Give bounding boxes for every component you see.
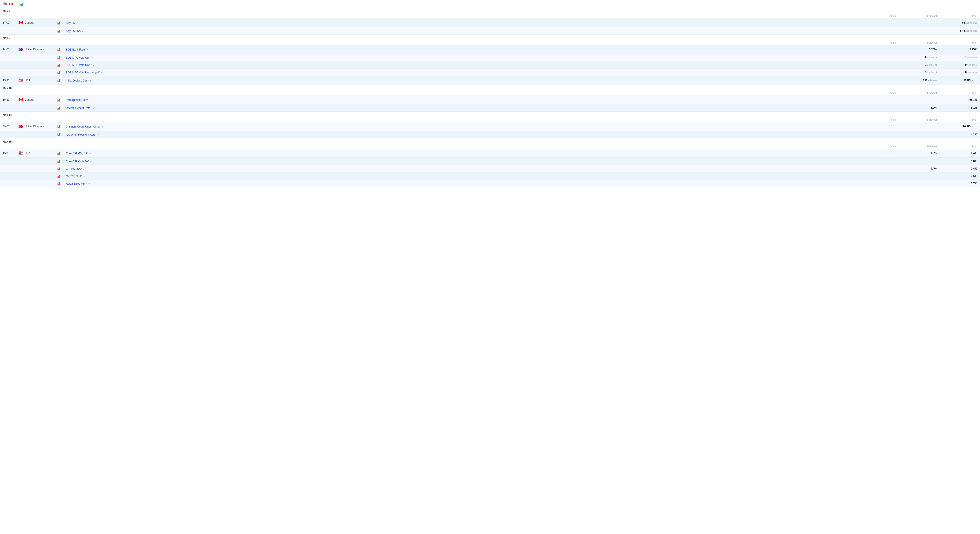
event-name-link[interactable]: BOE Bank Rate* (66, 48, 86, 51)
chevron-down-icon[interactable]: ▾ (90, 152, 91, 155)
event-row: 📊 Unemployment Rate* ▾ 6.2% 6.1% (0, 104, 980, 111)
actual-cell (863, 76, 899, 85)
event-name-link[interactable]: CPI YY, NSA* (66, 175, 83, 178)
col-icon-header (54, 118, 63, 122)
col-forecast-header: Forecast (899, 14, 940, 18)
chart-indicator-cell[interactable]: 📊 (54, 122, 63, 131)
chevron-down-icon[interactable]: ▾ (89, 183, 90, 185)
chart-indicator-cell[interactable]: 📊 (54, 18, 63, 27)
country-flag-icon: 🇺🇸 (18, 151, 23, 156)
chevron-down-icon[interactable]: ▾ (102, 126, 103, 128)
event-name-link[interactable]: CPI MM, SA* (66, 167, 82, 170)
event-time: 15:30 (0, 95, 16, 104)
col-event-header (63, 118, 863, 122)
event-name-link[interactable]: Initial Jobless Clm* (66, 79, 89, 82)
country-name: United Kingdom (25, 48, 44, 51)
date-row: May 9 (0, 35, 980, 41)
prior-value: 3.5% (971, 175, 977, 178)
chevron-down-icon[interactable]: ▾ (87, 49, 88, 51)
chevron-down-icon[interactable]: ▾ (90, 161, 91, 163)
chevron-down-icon[interactable]: ▾ (90, 79, 91, 82)
event-name-link[interactable]: BOE MPC Vote Hike* (66, 64, 92, 67)
country-empty (16, 165, 54, 172)
event-name-link[interactable]: Ivey PMI SA (66, 29, 81, 33)
prior-value: 65.3% (969, 98, 977, 101)
col-icon-header (54, 144, 63, 149)
event-name-link[interactable]: BOE MPC Vote Unchanged* (66, 71, 100, 74)
more-countries-badge[interactable] (15, 3, 17, 4)
chevron-down-icon[interactable]: ▾ (101, 72, 102, 74)
chart-indicator-cell[interactable]: 📊 (54, 27, 63, 35)
chevron-down-icon[interactable]: ▾ (92, 57, 93, 59)
event-name-link[interactable]: Core CPI MM, SA* (66, 152, 88, 155)
prior-cell: 3.5% (940, 172, 980, 180)
chart-indicator-cell[interactable]: 📊 (54, 149, 63, 157)
event-row: 15:30 🇺🇸 USA 📊 Core CPI MM, SA* ▾ 0.3% (0, 149, 980, 157)
event-name-link[interactable]: Claimant Count Unem Chng* (66, 125, 101, 128)
prior-cell: 1Number of (940, 54, 980, 61)
actual-cell (863, 27, 899, 35)
chevron-down-icon[interactable]: ▾ (89, 99, 91, 101)
chevron-down-icon[interactable]: ▾ (83, 168, 84, 170)
chart-indicator-cell[interactable]: 📊 (54, 172, 63, 180)
event-name-link[interactable]: ILO Unemployment Rate* (66, 133, 97, 136)
chart-bar-icon[interactable]: 📊 (57, 63, 60, 67)
chevron-down-icon[interactable]: ▾ (93, 107, 94, 110)
chart-indicator-cell[interactable]: 📊 (54, 95, 63, 104)
date-label: May 14 (0, 111, 980, 118)
event-name-link[interactable]: Retail Sales MM * (66, 182, 87, 185)
us-flag-icon[interactable]: 🇺🇸 (3, 2, 8, 6)
chart-indicator-cell[interactable]: 📊 (54, 54, 63, 61)
chart-indicator-cell[interactable]: 📊 (54, 180, 63, 187)
event-name-cell: Ivey PMI ▾ (63, 18, 863, 27)
chart-indicator-cell[interactable]: 📊 (54, 165, 63, 172)
country-flag-icon: 🇬🇧 (18, 124, 23, 129)
prior-cell: 0.4% (940, 165, 980, 172)
ca-flag-icon[interactable]: 🇨🇦 (8, 2, 13, 6)
chart-bar-icon[interactable]: 📊 (57, 48, 60, 51)
event-name-link[interactable]: Participation Rate* (66, 99, 88, 102)
country-flag-icon: 🇨🇦 (18, 97, 23, 102)
chart-bar-icon[interactable]: 📊 (57, 151, 60, 155)
chart-indicator-cell[interactable]: 📊 (54, 157, 63, 165)
chart-icon[interactable]: 📊 (19, 2, 24, 6)
chart-bar-icon[interactable]: 📊 (57, 133, 60, 136)
chart-indicator-cell[interactable]: 📊 (54, 45, 63, 54)
chart-bar-icon[interactable]: 📊 (57, 70, 60, 74)
chart-indicator-cell[interactable]: 📊 (54, 131, 63, 138)
actual-cell (863, 157, 899, 165)
chevron-down-icon[interactable]: ▾ (82, 30, 83, 32)
prior-cell: 3.8% (940, 157, 980, 165)
col-forecast-header: Forecast (899, 40, 940, 45)
event-name-link[interactable]: BOE MPC Vote Cut* (66, 56, 90, 59)
chevron-down-icon[interactable]: ▾ (98, 134, 99, 136)
chart-bar-icon[interactable]: 📊 (57, 106, 60, 110)
event-time-empty (0, 27, 16, 35)
chart-bar-icon[interactable]: 📊 (57, 29, 60, 33)
chevron-down-icon[interactable]: ▾ (78, 22, 79, 24)
chart-indicator-cell[interactable]: 📊 (54, 76, 63, 85)
prior-unit: Number of (967, 71, 977, 74)
chart-bar-icon[interactable]: 📊 (57, 167, 60, 170)
event-name-link[interactable]: Unemployment Rate* (66, 106, 91, 110)
chart-bar-icon[interactable]: 📊 (57, 98, 60, 102)
chart-indicator-cell[interactable]: 📊 (54, 104, 63, 111)
chart-bar-icon[interactable]: 📊 (57, 56, 60, 59)
chart-bar-icon[interactable]: 📊 (57, 174, 60, 178)
chart-indicator-cell[interactable]: 📊 (54, 69, 63, 76)
chart-indicator-cell[interactable]: 📊 (54, 61, 63, 69)
event-row: 📊 CPI YY, NSA* ▾ 3.5% (0, 172, 980, 180)
date-row: May 10 (0, 85, 980, 91)
prior-unit: Person (970, 79, 977, 82)
event-name-link[interactable]: Ivey PMI (66, 21, 76, 24)
chevron-down-icon[interactable]: ▾ (93, 64, 94, 67)
chart-bar-icon[interactable]: 📊 (57, 79, 60, 82)
chevron-down-icon[interactable]: ▾ (84, 175, 85, 178)
prior-value: 0.4% (971, 167, 977, 170)
chart-bar-icon[interactable]: 📊 (57, 182, 60, 185)
chart-bar-icon[interactable]: 📊 (57, 125, 60, 128)
forecast-value: 212K (923, 79, 930, 82)
chart-bar-icon[interactable]: 📊 (57, 21, 60, 24)
event-name-link[interactable]: Core CPI YY, NSA* (66, 160, 89, 163)
chart-bar-icon[interactable]: 📊 (57, 159, 60, 163)
